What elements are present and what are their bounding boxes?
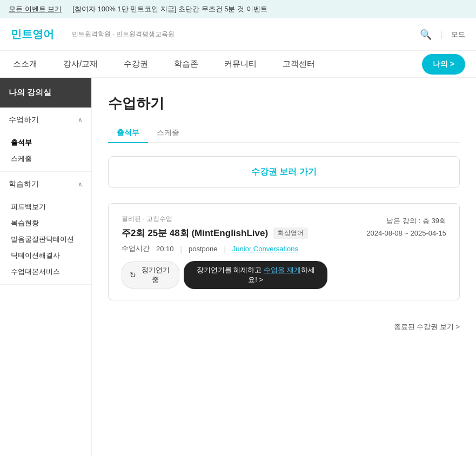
time-label: 수업시간 — [122, 244, 150, 253]
class-card-inner: 필리핀 · 고정수업 주2회 25분 48회 (MintEnglishLive)… — [122, 214, 446, 289]
page-title: 수업하기 — [108, 94, 460, 113]
sidebar: 나의 강의실 수업하기 ∧ 출석부 스케줄 학습하기 ∧ 피드백보기 복습현황 … — [0, 78, 92, 456]
sidebar-item-feedback[interactable]: 피드백보기 — [0, 199, 91, 215]
class-card-left: 필리핀 · 고정수업 주2회 25분 48회 (MintEnglishLive)… — [122, 214, 327, 289]
header: 민트영어 민트원격학원 · 민트원격평생교육원 🔍 | 모드 — [0, 18, 476, 51]
chevron-up-icon-2: ∧ — [78, 180, 83, 188]
nav-item-instructor[interactable]: 강사/교재 — [61, 59, 100, 69]
class-card-tags: 필리핀 · 고정수업 — [122, 214, 327, 224]
course-content-link[interactable]: Junior Conversations — [232, 245, 298, 253]
top-banner: 모든 이벤트 보기 [참여자 100% 1만 민트코인 지급] 초단간 무조건 … — [0, 0, 476, 18]
sidebar-section-header-class[interactable]: 수업하기 ∧ — [0, 108, 91, 132]
ended-courses-link[interactable]: 종료된 수강권 보기 > — [394, 323, 460, 331]
sidebar-sub-items-class: 출석부 스케줄 — [0, 132, 91, 171]
nav-item-intro[interactable]: 소소개 — [11, 59, 39, 69]
class-card-badge: 화상영어 — [273, 227, 308, 239]
course-link-banner: 수강권 보러 가기 — [108, 156, 460, 188]
footer-link-row: 종료된 수강권 보기 > — [108, 322, 460, 332]
sidebar-item-dictation[interactable]: 발음굴절판닥테이션 — [0, 231, 91, 247]
time-value: 20:10 — [156, 245, 174, 253]
class-card-right: 남은 강의 : 총 39회 2024-08-08 ~ 2025-04-15 — [338, 214, 446, 289]
regular-postpone-button[interactable]: ↻ 정기연기중 — [122, 262, 179, 289]
separator-2: | — [224, 245, 225, 253]
sidebar-item-attendance[interactable]: 출석부 — [0, 135, 91, 151]
sidebar-section-label-study: 학습하기 — [9, 179, 39, 189]
header-right: 🔍 | 모드 — [420, 29, 465, 41]
remaining-count: 39회 — [432, 217, 446, 225]
chevron-up-icon: ∧ — [78, 116, 83, 124]
course-link-button[interactable]: 수강권 보러 가기 — [251, 167, 317, 176]
banner-link[interactable]: 모든 이벤트 보기 — [9, 4, 62, 14]
sidebar-item-dictation-solver[interactable]: 딕테이션해결사 — [0, 247, 91, 264]
tab-schedule[interactable]: 스케줄 — [148, 124, 188, 143]
logo-sub: 민트원격학원 · 민트원격평생교육원 — [63, 30, 175, 39]
class-status: postpone — [189, 245, 218, 253]
action-prefix: 장기연기를 헤제하고 — [197, 266, 264, 274]
main-nav: 소소개 강사/교재 수강권 학습존 커뮤니티 고객센터 나의 > — [0, 51, 476, 78]
sidebar-section-label-class: 수업하기 — [9, 115, 39, 125]
class-card-title: 주2회 25분 48회 (MintEnglishLive) — [122, 227, 268, 239]
nav-items: 소소개 강사/교재 수강권 학습존 커뮤니티 고객센터 — [11, 59, 422, 69]
sidebar-section-header-study[interactable]: 학습하기 ∧ — [0, 172, 91, 197]
tabs: 출석부 스케줄 — [108, 124, 460, 143]
cancel-postpone-button[interactable]: 장기연기를 헤제하고 수업을 재게하세요! > — [184, 261, 327, 289]
sidebar-section-study: 학습하기 ∧ 피드백보기 복습현황 발음굴절판닥테이션 딕테이션해결사 수업대본… — [0, 172, 91, 285]
layout: 나의 강의실 수업하기 ∧ 출석부 스케줄 학습하기 ∧ 피드백보기 복습현황 … — [0, 78, 476, 456]
header-divider: | — [440, 30, 443, 39]
remaining-label: 남은 강의 : 총 — [386, 217, 431, 225]
sidebar-item-script[interactable]: 수업대본서비스 — [0, 264, 91, 280]
sidebar-title: 나의 강의실 — [0, 78, 91, 108]
class-card: 필리핀 · 고정수업 주2회 25분 48회 (MintEnglishLive)… — [108, 203, 460, 300]
nav-item-courses[interactable]: 수강권 — [122, 59, 150, 69]
main-content: 수업하기 출석부 스케줄 수강권 보러 가기 필리핀 · 고정수업 주2회 25… — [92, 78, 476, 456]
search-icon[interactable]: 🔍 — [420, 29, 432, 41]
refresh-icon: ↻ — [130, 271, 136, 279]
nav-item-study[interactable]: 학습존 — [172, 59, 200, 69]
banner-text: [참여자 100% 1만 민트코인 지급] 초단간 무조건 5분 것 이벤트 — [72, 4, 267, 14]
sidebar-item-schedule[interactable]: 스케줄 — [0, 151, 91, 167]
nav-cta-button[interactable]: 나의 > — [422, 54, 465, 75]
remaining-info: 남은 강의 : 총 39회 — [338, 214, 446, 227]
date-range: 2024-08-08 ~ 2025-04-15 — [338, 227, 446, 239]
header-mode[interactable]: 모드 — [451, 30, 465, 39]
separator-1: | — [180, 245, 182, 253]
action-highlight: 수업을 재게 — [264, 266, 301, 274]
nav-item-community[interactable]: 커뮤니티 — [222, 59, 259, 69]
nav-item-support[interactable]: 고객센터 — [280, 59, 317, 69]
class-card-info-row: 수업시간 20:10 | postpone | Junior Conversat… — [122, 244, 327, 253]
tab-attendance[interactable]: 출석부 — [108, 124, 148, 143]
sidebar-sub-items-study: 피드백보기 복습현황 발음굴절판닥테이션 딕테이션해결사 수업대본서비스 — [0, 197, 91, 284]
regular-postpone-label: 정기연기중 — [139, 265, 171, 285]
class-card-title-row: 주2회 25분 48회 (MintEnglishLive) 화상영어 — [122, 227, 327, 239]
logo[interactable]: 민트영어 — [11, 27, 54, 42]
sidebar-section-class: 수업하기 ∧ 출석부 스케줄 — [0, 108, 91, 172]
sidebar-item-review[interactable]: 복습현황 — [0, 215, 91, 231]
class-card-actions: ↻ 정기연기중 장기연기를 헤제하고 수업을 재게하세요! > — [122, 261, 327, 289]
